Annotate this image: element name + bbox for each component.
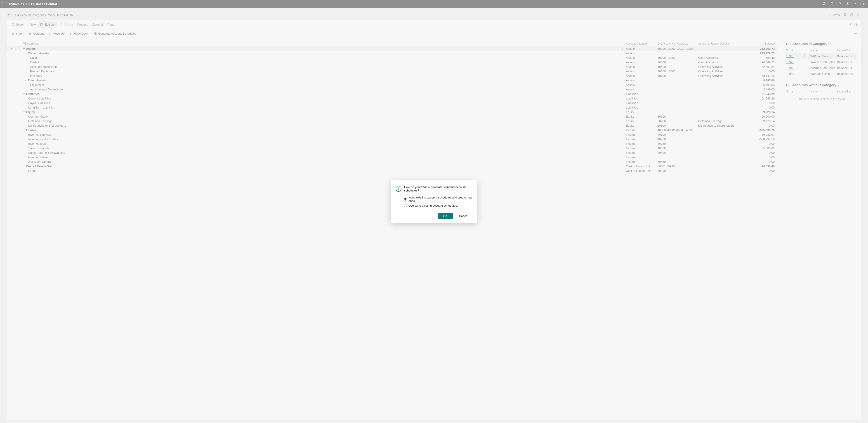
ok-button[interactable]: OK [438,213,453,219]
modal-overlay: i How do you want to generate standard a… [0,0,868,423]
option-keep[interactable]: Keep existing account schedules and crea… [404,196,472,203]
generate-schedules-dialog: i How do you want to generate standard a… [391,180,477,223]
cancel-button[interactable]: Cancel [455,213,472,219]
dialog-question: How do you want to generate standard acc… [404,185,472,192]
info-icon: i [396,186,401,192]
radio-keep[interactable] [404,198,407,201]
radio-overwrite[interactable] [404,204,407,207]
option-overwrite[interactable]: Overwrite existing account schedules. [404,204,472,207]
